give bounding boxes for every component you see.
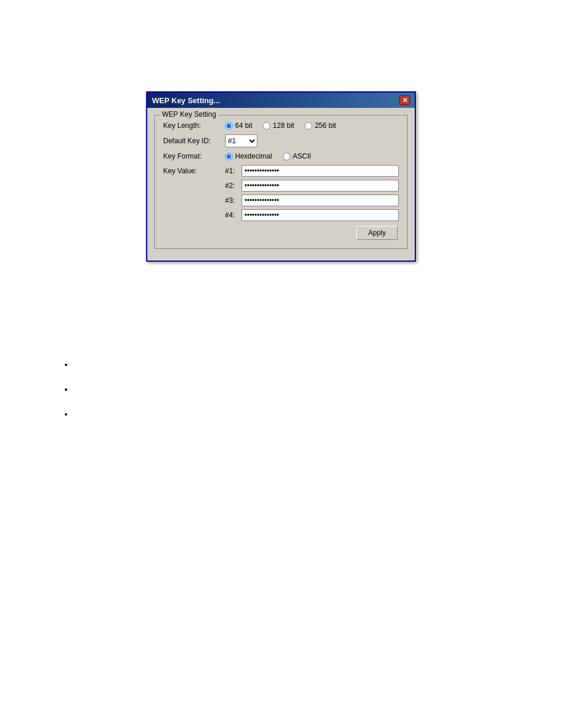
bullet-section xyxy=(62,360,498,434)
radio-ascii[interactable]: ASCII xyxy=(283,152,311,160)
bullet-item-1 xyxy=(74,360,498,370)
radio-hexdecimal[interactable]: Hexdecimal xyxy=(225,152,272,160)
close-button[interactable]: ✕ xyxy=(399,95,410,105)
radio-256bit[interactable]: 256 bit xyxy=(305,121,336,130)
key-value-section: Key Value: #1: #2: #3: xyxy=(163,165,399,221)
key-length-row: Key Length: 64 bit 128 bit 256 bit xyxy=(163,121,399,130)
key-num-label-3: #3: xyxy=(225,196,242,205)
key-row-4: #4: xyxy=(163,209,399,221)
default-key-id-row: Default Key ID: #1 #2 #3 #4 xyxy=(163,134,399,147)
key-row-1: Key Value: #1: xyxy=(163,165,399,177)
key-num-label-4: #4: xyxy=(225,211,242,219)
key-num-label-2: #2: xyxy=(225,182,242,190)
radio-64bit-input[interactable] xyxy=(225,122,233,130)
key-input-2[interactable] xyxy=(242,180,399,192)
key-format-label: Key Format: xyxy=(163,152,225,160)
key-row-2: #2: xyxy=(163,180,399,192)
key-length-label: Key Length: xyxy=(163,121,225,130)
key-input-3[interactable] xyxy=(242,195,399,206)
bullet-list xyxy=(62,360,498,420)
group-label: WEP Key Setting xyxy=(160,110,219,118)
radio-ascii-input[interactable] xyxy=(283,153,290,160)
key-row-3: #3: xyxy=(163,195,399,206)
radio-64bit[interactable]: 64 bit xyxy=(225,121,252,130)
default-key-id-select[interactable]: #1 #2 #3 #4 xyxy=(225,134,257,147)
bullet-item-2 xyxy=(74,384,498,395)
bullet-item-3 xyxy=(74,409,498,420)
key-format-radio-group: Hexdecimal ASCII xyxy=(225,152,311,160)
apply-row: Apply xyxy=(163,226,399,240)
dialog-titlebar: WEP Key Setting... ✕ xyxy=(147,93,415,108)
dialog-title: WEP Key Setting... xyxy=(152,96,220,105)
radio-128bit-label: 128 bit xyxy=(273,121,294,130)
key-input-1[interactable] xyxy=(242,165,399,177)
default-key-id-label: Default Key ID: xyxy=(163,137,225,145)
dialog-body: WEP Key Setting Key Length: 64 bit 128 b… xyxy=(147,108,415,261)
key-length-radio-group: 64 bit 128 bit 256 bit xyxy=(225,121,336,130)
radio-hexdecimal-input[interactable] xyxy=(225,153,233,160)
radio-128bit[interactable]: 128 bit xyxy=(263,121,294,130)
apply-button[interactable]: Apply xyxy=(356,226,398,240)
radio-64bit-label: 64 bit xyxy=(235,121,252,130)
radio-hexdecimal-label: Hexdecimal xyxy=(235,152,272,160)
key-format-row: Key Format: Hexdecimal ASCII xyxy=(163,152,399,160)
radio-128bit-input[interactable] xyxy=(263,122,270,130)
key-input-4[interactable] xyxy=(242,209,399,221)
key-num-label-1: #1: xyxy=(225,167,242,175)
wep-key-setting-dialog: WEP Key Setting... ✕ WEP Key Setting Key… xyxy=(146,91,416,262)
key-value-label: Key Value: xyxy=(163,167,225,175)
radio-256bit-input[interactable] xyxy=(305,122,312,130)
radio-ascii-label: ASCII xyxy=(293,152,311,160)
wep-key-setting-group: WEP Key Setting Key Length: 64 bit 128 b… xyxy=(154,115,408,249)
radio-256bit-label: 256 bit xyxy=(315,121,336,130)
